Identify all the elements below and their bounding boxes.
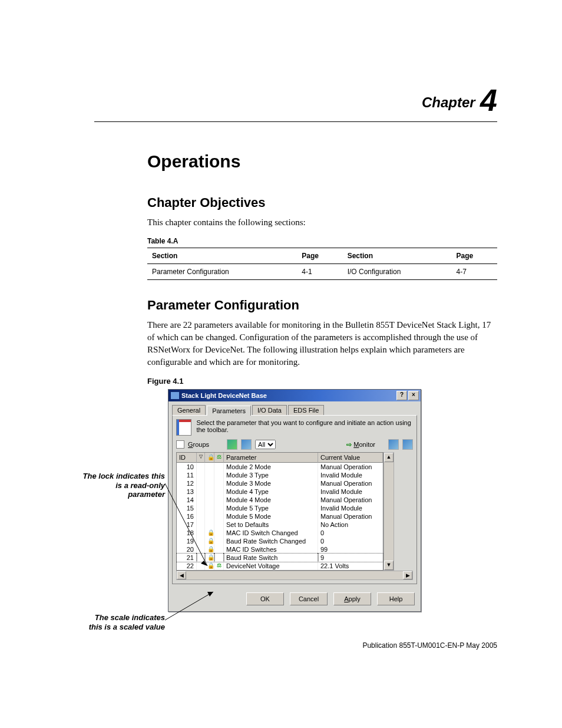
- apply-button[interactable]: Apply: [333, 592, 371, 605]
- scale-icon: [214, 537, 224, 545]
- scale-icon: [214, 496, 224, 504]
- table-caption: Table 4.A: [147, 237, 497, 245]
- page-title: Operations: [147, 151, 497, 172]
- toolbar-icon-4[interactable]: [402, 439, 413, 450]
- scale-icon: [214, 487, 224, 496]
- cell-parameter: MAC ID Switches: [224, 545, 318, 554]
- annotation-scale: The scale indicates this is a scaled val…: [82, 613, 165, 631]
- tab-strip: General Parameters I/O Data EDS File: [168, 401, 421, 415]
- col-id[interactable]: ID: [177, 453, 197, 463]
- tab-general[interactable]: General: [172, 405, 206, 415]
- scroll-left-icon[interactable]: ◀: [177, 571, 186, 579]
- scale-icon: [214, 512, 224, 521]
- cell-parameter: Module 2 Mode: [224, 463, 318, 471]
- cell-value: Invalid Module: [318, 504, 383, 512]
- vertical-scrollbar[interactable]: ▲ ▼: [384, 452, 394, 571]
- parameter-sheet-icon: [176, 419, 191, 436]
- scale-icon: [214, 479, 224, 487]
- annotation-scale-arrow-icon: [165, 589, 218, 625]
- scale-icon: [214, 554, 224, 562]
- cell-value: 0: [318, 537, 383, 545]
- scroll-up-icon[interactable]: ▲: [384, 453, 394, 462]
- cell-parameter: Module 4 Type: [224, 487, 318, 496]
- sections-table: Section Page Section Page Parameter Conf…: [147, 248, 497, 280]
- dialog-titlebar[interactable]: Stack Light DeviceNet Base ? ×: [168, 390, 421, 401]
- table-row[interactable]: 10Module 2 ModeManual Operation: [177, 463, 383, 471]
- cell-parameter: DeviceNet Voltage: [224, 562, 318, 570]
- app-icon: [171, 392, 179, 399]
- cell-blank: [197, 463, 205, 471]
- param-config-body: There are 22 parameters available for mo…: [147, 319, 497, 368]
- annotation-lock: The lock indicates this is a read-only p…: [82, 472, 165, 499]
- svg-marker-3: [207, 592, 213, 597]
- tab-parameters[interactable]: Parameters: [207, 406, 251, 416]
- cell-value: Manual Operation: [318, 479, 383, 487]
- scale-icon: [214, 504, 224, 512]
- scale-icon: [214, 545, 224, 554]
- scale-icon: [214, 529, 224, 537]
- chapter-word: Chapter: [422, 94, 475, 110]
- col-section: Section: [343, 248, 452, 264]
- toolbar-icon-2[interactable]: [241, 439, 252, 450]
- col-parameter[interactable]: Parameter: [224, 453, 318, 463]
- cell-value: Invalid Module: [318, 471, 383, 479]
- cancel-button[interactable]: Cancel: [290, 592, 328, 605]
- scroll-right-icon[interactable]: ▶: [403, 571, 412, 579]
- cell-value: 0: [318, 529, 383, 537]
- col-current-value[interactable]: Current Value: [318, 453, 383, 463]
- cell-value: Manual Operation: [318, 463, 383, 471]
- toolbar-icon-3[interactable]: [388, 439, 399, 450]
- scale-icon: [214, 471, 224, 479]
- groups-label: Groups: [188, 441, 209, 448]
- arrow-right-icon: ⇨: [346, 441, 352, 449]
- dialog-title: Stack Light DeviceNet Base: [181, 392, 396, 399]
- cell-parameter: Baud Rate Switch Changed: [224, 537, 318, 545]
- monitor-link[interactable]: ⇨ Monitor: [346, 441, 375, 449]
- cell-value: Invalid Module: [318, 487, 383, 496]
- chapter-number: 4: [480, 83, 497, 117]
- cell-value: No Action: [318, 521, 383, 529]
- objectives-intro: This chapter contains the following sect…: [147, 216, 497, 229]
- cell-parameter: Set to Defaults: [224, 521, 318, 529]
- cell-id: 10: [177, 463, 197, 471]
- scale-icon: [214, 463, 224, 471]
- cell-parameter: Module 4 Mode: [224, 496, 318, 504]
- ok-button[interactable]: OK: [246, 592, 284, 605]
- col-scale-icon[interactable]: ⚖: [214, 453, 224, 463]
- param-config-heading: Parameter Configuration: [147, 298, 497, 313]
- cell-parameter: Module 3 Type: [224, 471, 318, 479]
- cell-parameter: Module 5 Mode: [224, 512, 318, 521]
- cell-value: 99: [318, 545, 383, 554]
- tab-io-data[interactable]: I/O Data: [252, 405, 287, 415]
- filter-select[interactable]: All: [255, 440, 276, 449]
- cell-parameter: Baud Rate Switch: [224, 554, 318, 562]
- scale-icon: [214, 521, 224, 529]
- groups-checkbox[interactable]: [176, 440, 184, 449]
- scale-icon: ⚖: [214, 562, 224, 570]
- col-page: Page: [297, 248, 342, 264]
- cell-parameter: Module 5 Type: [224, 504, 318, 512]
- col-sort-icon[interactable]: ▽: [197, 453, 205, 463]
- cell-value: 22.1 Volts: [318, 562, 383, 570]
- col-page: Page: [452, 248, 497, 264]
- tab-eds-file[interactable]: EDS File: [288, 405, 324, 415]
- publication-footer: Publication 855T-UM001C-EN-P May 2005: [147, 641, 497, 650]
- objectives-heading: Chapter Objectives: [147, 195, 497, 210]
- cell-parameter: MAC ID Switch Changed: [224, 529, 318, 537]
- chapter-heading: Chapter 4: [94, 83, 497, 122]
- toolbar-icon-1[interactable]: [227, 439, 237, 450]
- cell-parameter: Module 3 Mode: [224, 479, 318, 487]
- col-lock-icon[interactable]: 🔒: [205, 453, 214, 463]
- titlebar-close-button[interactable]: ×: [408, 391, 419, 400]
- svg-marker-1: [201, 561, 207, 566]
- svg-line-2: [165, 592, 213, 620]
- annotation-lock-arrow-icon: [165, 477, 212, 572]
- instruction-text: Select the parameter that you want to co…: [196, 419, 413, 436]
- cell-value: Manual Operation: [318, 496, 383, 504]
- horizontal-scrollbar[interactable]: ◀ ▶: [176, 571, 413, 580]
- cell-value: 9: [318, 554, 383, 562]
- scroll-down-icon[interactable]: ▼: [384, 561, 394, 570]
- help-button[interactable]: Help: [377, 592, 415, 605]
- titlebar-help-button[interactable]: ?: [396, 391, 407, 400]
- figure-caption: Figure 4.1: [147, 377, 497, 386]
